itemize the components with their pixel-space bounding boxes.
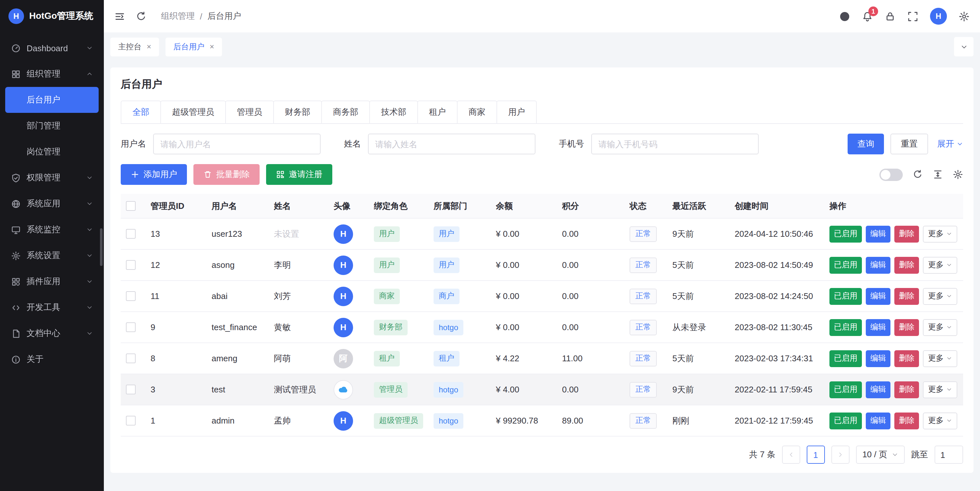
enabled-button[interactable]: 已启用 (829, 412, 862, 429)
tabs-dropdown-button[interactable] (954, 37, 974, 56)
more-button[interactable]: 更多 (923, 412, 957, 429)
app-logo[interactable]: H HotGo管理系统 (0, 0, 104, 32)
more-button[interactable]: 更多 (923, 226, 957, 242)
sidebar-scrollbar[interactable] (100, 228, 103, 266)
enabled-button[interactable]: 已启用 (829, 350, 862, 367)
tab-close-icon[interactable]: × (210, 43, 214, 51)
more-button[interactable]: 更多 (923, 256, 957, 273)
invite-register-button[interactable]: 邀请注册 (266, 164, 332, 185)
filter-input-2[interactable] (591, 133, 759, 154)
notifications-button[interactable]: 1 (862, 11, 873, 22)
sidebar-subitem-positions[interactable]: 岗位管理 (5, 139, 99, 165)
table-refresh-icon[interactable] (913, 169, 923, 180)
next-page-button[interactable] (831, 446, 849, 464)
edit-button[interactable]: 编辑 (866, 256, 891, 273)
edit-button[interactable]: 编辑 (866, 350, 891, 367)
sidebar-item-devtools[interactable]: 开发工具 (5, 294, 99, 320)
page-refresh-icon[interactable] (136, 11, 147, 22)
more-button[interactable]: 更多 (923, 288, 957, 305)
filter-input-0[interactable] (153, 133, 321, 154)
filter-tab-财务部[interactable]: 财务部 (273, 100, 322, 123)
delete-button[interactable]: 删除 (894, 412, 919, 429)
cell-balance: ¥ 0.00 (496, 229, 562, 239)
sidebar-item-about[interactable]: 关于 (5, 346, 99, 372)
edit-button[interactable]: 编辑 (866, 381, 891, 398)
filter-tab-技术部[interactable]: 技术部 (369, 100, 418, 123)
sidebar-item-docs[interactable]: 文档中心 (5, 320, 99, 346)
edit-button[interactable]: 编辑 (866, 319, 891, 336)
row-checkbox[interactable] (126, 260, 136, 270)
sidebar-subitem-departments[interactable]: 部门管理 (5, 113, 99, 139)
filter-tab-用户[interactable]: 用户 (496, 100, 537, 123)
edit-button[interactable]: 编辑 (866, 226, 891, 242)
info-icon (11, 354, 21, 364)
sidebar-item-dashboard[interactable]: Dashboard (5, 35, 99, 61)
jump-page-input[interactable] (935, 446, 963, 464)
enabled-button[interactable]: 已启用 (829, 256, 862, 273)
expand-toggle[interactable]: 展开 (937, 138, 963, 150)
row-checkbox[interactable] (126, 291, 136, 301)
user-avatar[interactable]: H (930, 8, 947, 25)
menu-collapse-icon[interactable] (114, 11, 125, 22)
lock-screen-icon[interactable] (885, 11, 896, 22)
search-button[interactable]: 查询 (848, 133, 884, 154)
select-all-checkbox[interactable] (126, 201, 136, 211)
sidebar-subitem-backend-users[interactable]: 后台用户 (5, 87, 99, 113)
delete-button[interactable]: 删除 (894, 319, 919, 336)
enabled-button[interactable]: 已启用 (829, 319, 862, 336)
more-button[interactable]: 更多 (923, 381, 957, 398)
sidebar-item-settings[interactable]: 系统设置 (5, 243, 99, 269)
prev-page-button[interactable] (782, 446, 800, 464)
table-settings-icon[interactable] (953, 169, 963, 180)
settings-icon[interactable] (959, 11, 970, 22)
enabled-button[interactable]: 已启用 (829, 288, 862, 305)
reset-button[interactable]: 重置 (891, 133, 928, 154)
breadcrumb-item[interactable]: 组织管理 (161, 10, 195, 22)
striped-toggle[interactable] (880, 168, 903, 181)
row-checkbox[interactable] (126, 323, 136, 332)
sidebar-item-plugins[interactable]: 插件应用 (5, 269, 99, 294)
enabled-button[interactable]: 已启用 (829, 381, 862, 398)
sidebar-item-monitor[interactable]: 系统监控 (5, 217, 99, 243)
sidebar-item-org[interactable]: 组织管理 (5, 61, 99, 87)
row-checkbox[interactable] (126, 229, 136, 239)
delete-button[interactable]: 删除 (894, 288, 919, 305)
more-button[interactable]: 更多 (923, 350, 957, 367)
delete-button[interactable]: 删除 (894, 381, 919, 398)
filter-tab-全部[interactable]: 全部 (121, 100, 161, 123)
row-height-icon[interactable] (932, 169, 943, 180)
column-header: 姓名 (274, 200, 334, 212)
github-icon[interactable] (839, 11, 850, 22)
cell-admin-id: 3 (151, 385, 212, 394)
tab-后台用户[interactable]: 后台用户× (165, 37, 222, 56)
batch-delete-button[interactable]: 批量删除 (193, 164, 259, 185)
sidebar-item-auth[interactable]: 权限管理 (5, 165, 99, 191)
filter-input-1[interactable] (368, 133, 535, 154)
tab-close-icon[interactable]: × (147, 43, 151, 51)
filter-tab-超级管理员[interactable]: 超级管理员 (160, 100, 226, 123)
fullscreen-icon[interactable] (907, 11, 918, 22)
delete-button[interactable]: 删除 (894, 256, 919, 273)
edit-button[interactable]: 编辑 (866, 412, 891, 429)
more-button[interactable]: 更多 (923, 319, 957, 336)
add-user-button[interactable]: 添加用户 (121, 164, 187, 185)
page-number-button[interactable]: 1 (807, 446, 824, 464)
enabled-button[interactable]: 已启用 (829, 226, 862, 242)
filter-tab-商家[interactable]: 商家 (457, 100, 497, 123)
row-checkbox[interactable] (126, 353, 136, 363)
row-checkbox[interactable] (126, 416, 136, 426)
breadcrumb-item-current[interactable]: 后台用户 (207, 10, 241, 22)
table-toolbar: 添加用户 批量删除 邀请注册 (121, 164, 963, 185)
delete-button[interactable]: 删除 (894, 350, 919, 367)
row-checkbox[interactable] (126, 385, 136, 394)
filter-tab-商务部[interactable]: 商务部 (321, 100, 370, 123)
filter-tab-租户[interactable]: 租户 (417, 100, 458, 123)
filter-tab-管理员[interactable]: 管理员 (225, 100, 274, 123)
delete-button[interactable]: 删除 (894, 226, 919, 242)
filter-tabs: 全部超级管理员管理员财务部商务部技术部租户商家用户 (121, 100, 963, 124)
sidebar-item-apps[interactable]: 系统应用 (5, 191, 99, 217)
page-size-select[interactable]: 10 / 页 (856, 446, 905, 464)
tab-主控台[interactable]: 主控台× (110, 37, 159, 56)
edit-button[interactable]: 编辑 (866, 288, 891, 305)
tab-label: 主控台 (118, 41, 142, 52)
